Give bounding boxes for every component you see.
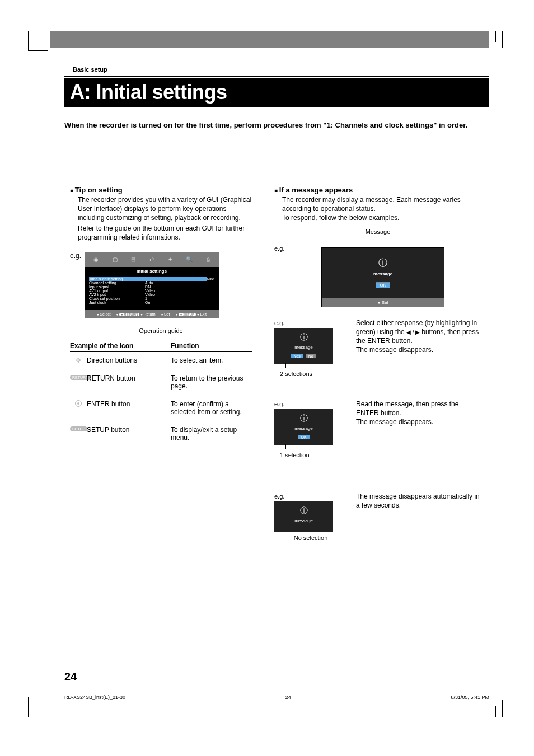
table-row: Direction buttons To select an item.	[70, 356, 252, 364]
section-underline	[64, 76, 489, 77]
message-text: message	[277, 426, 331, 431]
info-icon: ⓘ	[277, 506, 331, 516]
eg-label: e.g.	[274, 320, 284, 326]
tip-paragraph-2: Refer to the guide on the bottom on each…	[78, 224, 252, 242]
crop-mark-bottom-right	[489, 700, 503, 717]
footer-filename: RD-XS24SB_inst(E)_21-30	[64, 694, 125, 700]
direction-icon	[74, 356, 82, 364]
table-row: ENTER button To enter (confirm) a select…	[70, 400, 252, 416]
ok-button: OK	[298, 435, 309, 439]
osd-row-key: Just clock	[89, 300, 145, 304]
message-box-auto: ⓘ message	[274, 501, 333, 532]
eg-label: e.g.	[274, 493, 284, 500]
eg-label: e.g.	[274, 401, 284, 407]
osd-tab-icon: 🔍	[186, 256, 193, 262]
osd-guide-select: Select	[97, 312, 111, 316]
osd-guide-return: RETURNReturn	[116, 312, 156, 316]
icon-function-table: Example of the icon Function Direction b…	[70, 342, 252, 442]
icon-name: Direction buttons	[87, 356, 171, 364]
osd-guide-set: Set	[161, 312, 170, 316]
osd-title: Initial settings	[85, 267, 219, 275]
icon-name: ENTER button	[87, 400, 171, 408]
osd-row-val: PAL	[145, 285, 152, 289]
no-button: No	[306, 354, 316, 358]
table-row: RETURN RETURN button To return to the pr…	[70, 374, 252, 390]
osd-operation-guide: Select RETURNReturn Set SETUPExit	[85, 310, 219, 318]
message-text: message	[277, 345, 331, 350]
osd-row-key: Time & date setting	[89, 277, 207, 281]
operation-guide-callout: Operation guide	[70, 327, 252, 334]
message-box-main: ⓘ message OK ● Set	[321, 247, 444, 307]
icon-function: To display/exit a setup menu.	[171, 426, 252, 442]
caption-1selection: 1 selection	[274, 452, 347, 458]
ok-button: OK	[376, 282, 390, 288]
message-p2: To respond, follow the below examples.	[282, 213, 481, 222]
setup-icon: SETUP	[70, 426, 87, 431]
ex3-text2: The message disappears.	[356, 418, 433, 426]
tip-paragraph-1: The recorder provides you with a variety…	[78, 195, 252, 223]
page-title: A: Initial settings	[70, 81, 484, 104]
table-row: SETUP SETUP button To display/exit a set…	[70, 426, 252, 442]
info-icon: ⓘ	[378, 257, 387, 269]
message-p1: The recorder may display a message. Each…	[282, 195, 481, 213]
icon-function: To enter (confirm) a selected item or se…	[171, 400, 252, 416]
message-box-ok: ⓘ message OK	[274, 409, 333, 445]
icon-name: RETURN button	[87, 374, 171, 382]
title-band: A: Initial settings	[64, 78, 489, 107]
message-heading: If a message appears	[274, 186, 481, 194]
icon-name: SETUP button	[87, 426, 171, 434]
info-icon: ⓘ	[277, 332, 331, 342]
caption-2selections: 2 selections	[274, 370, 347, 377]
message-text: message	[277, 518, 331, 523]
enter-icon	[75, 400, 82, 407]
message-text: message	[373, 271, 392, 276]
osd-tab-icon: ▢	[113, 256, 118, 262]
eg-label-left: e.g.	[70, 252, 81, 260]
info-icon: ⓘ	[277, 414, 331, 424]
crop-mark-top-right	[489, 31, 503, 48]
osd-row-val: On	[145, 300, 150, 304]
crop-mark-bottom-left	[11, 683, 45, 717]
osd-row-val: 1	[145, 297, 147, 300]
osd-tab-icon: ⊟	[131, 256, 135, 262]
osd-row-key: AV2 input	[89, 293, 145, 297]
caption-noselection: No selection	[274, 534, 347, 541]
osd-body: Time & date settingAuto Channel settingA…	[85, 275, 219, 310]
osd-row-key: Input signal	[89, 285, 145, 289]
osd-row-key: Clock set position	[89, 297, 145, 300]
osd-tab-icon: ◉	[93, 256, 99, 262]
eg-label: e.g.	[274, 245, 284, 252]
tip-heading: Tip on setting	[70, 186, 252, 194]
intro-text: When the recorder is turned on for the f…	[64, 120, 484, 130]
footer-timestamp: 8/31/05, 5:41 PM	[451, 694, 489, 700]
osd-tab-icon: ⇄	[149, 256, 154, 262]
header-gray-bar	[50, 31, 489, 48]
icon-function: To return to the previous page.	[171, 374, 252, 390]
ex4-text1: The message disappears automatically in …	[356, 492, 480, 509]
page-number: 24	[64, 670, 77, 683]
icon-function: To select an item.	[171, 356, 252, 364]
osd-row-val: Video	[145, 289, 155, 293]
ex3-text1: Read the message, then press the ENTER b…	[356, 400, 458, 417]
message-foot: ● Set	[322, 298, 444, 307]
table-header-function: Function	[171, 342, 199, 350]
footer-page: 24	[285, 694, 291, 700]
message-box-yesno: ⓘ message Yes No	[274, 328, 333, 364]
yes-button: Yes	[291, 354, 303, 358]
ex2-text3: The message disappears.	[356, 346, 433, 354]
crop-mark-top-left	[11, 31, 45, 64]
osd-tab-bar: ◉ ▢ ⊟ ⇄ ✦ 🔍 ⎙	[85, 252, 219, 267]
table-header-icon: Example of the icon	[70, 342, 171, 350]
osd-row-val: Auto	[145, 281, 153, 285]
osd-row-key: Channel setting	[89, 281, 145, 285]
osd-row-val: Video	[145, 293, 155, 297]
osd-guide-exit: SETUPExit	[175, 312, 207, 316]
osd-example: ◉ ▢ ⊟ ⇄ ✦ 🔍 ⎙ Initial settings Time & da…	[85, 252, 219, 318]
footer: RD-XS24SB_inst(E)_21-30 24 8/31/05, 5:41…	[64, 694, 489, 700]
left-right-arrow-icon: ◀ / ▶	[406, 329, 421, 335]
osd-row-key: AV1 output	[89, 289, 145, 293]
message-callout: Message	[366, 228, 391, 235]
osd-tab-icon: ✦	[168, 256, 172, 262]
osd-row-val: Auto	[207, 277, 214, 281]
osd-tab-icon: ⎙	[207, 256, 210, 262]
